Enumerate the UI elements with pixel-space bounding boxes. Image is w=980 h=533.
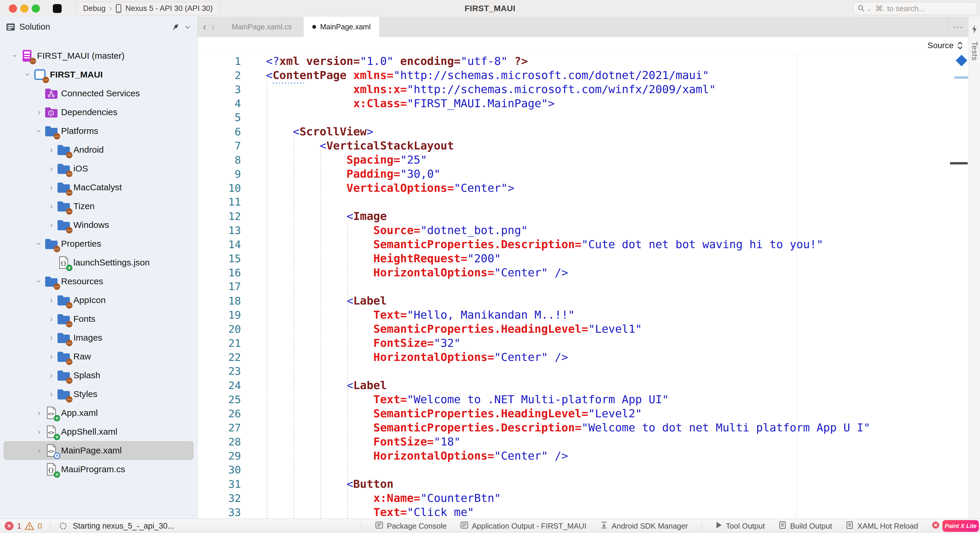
line-number[interactable]: 33 (197, 505, 241, 519)
close-window-button[interactable] (9, 5, 17, 13)
line-number[interactable]: 2 (197, 69, 241, 83)
code-lines[interactable]: 1 <?xml version="1.0" encoding="utf-8" ?… (197, 54, 968, 519)
code-line[interactable]: 20 SemanticProperties.HeadingLevel="Leve… (197, 322, 968, 336)
line-number[interactable]: 6 (197, 125, 241, 139)
tree-item-app-xaml[interactable]: › <>+ App.xaml (3, 404, 194, 422)
code-line[interactable]: 17 (197, 279, 968, 294)
chevron-collapsed-icon[interactable]: › (47, 296, 56, 305)
tree-item-launchsettings-json[interactable]: {}+ launchSettings.json (3, 253, 194, 272)
chevron-collapsed-icon[interactable]: › (47, 164, 56, 173)
chevron-collapsed-icon[interactable]: › (47, 371, 56, 380)
code-line[interactable]: 30 (197, 463, 968, 477)
code-line[interactable]: 1 <?xml version="1.0" encoding="utf-8" ?… (197, 54, 968, 68)
tree-item-windows[interactable]: › ⋯ Windows (3, 215, 194, 235)
chevron-collapsed-icon[interactable]: › (47, 352, 56, 361)
code-line[interactable]: 26 SemanticProperties.HeadingLevel="Leve… (197, 407, 968, 421)
line-number[interactable]: 19 (197, 308, 241, 322)
tree-item-tizen[interactable]: › ⋯ Tizen (3, 197, 194, 215)
code-line[interactable]: 32 x:Name="CounterBtn" (197, 491, 968, 505)
tree-item-properties[interactable]: › ⋯ Properties (3, 235, 194, 253)
nav-back-icon[interactable]: ‹ (203, 21, 207, 33)
line-number[interactable]: 21 (197, 336, 241, 350)
code-line[interactable]: 27 SemanticProperties.Description="Welco… (197, 421, 968, 435)
code-line[interactable]: 23 (197, 364, 968, 378)
tree-item-maccatalyst[interactable]: › ⋯ MacCatalyst (3, 178, 194, 197)
line-number[interactable]: 26 (197, 407, 241, 421)
error-count-icon[interactable]: ✕ (5, 522, 13, 530)
tab-mainpage-xaml[interactable]: MainPage.xaml (304, 17, 379, 37)
line-number[interactable]: 22 (197, 350, 241, 364)
line-number[interactable]: 29 (197, 449, 241, 463)
tab-mainpage-xaml-cs[interactable]: MainPage.xaml.cs (220, 17, 304, 37)
line-number[interactable]: 15 (197, 252, 241, 266)
statusbar-pad-xaml-hot-reload[interactable]: XAML Hot Reload (846, 521, 918, 531)
line-number[interactable]: 14 (197, 238, 241, 252)
line-number[interactable]: 28 (197, 435, 241, 449)
code-line[interactable]: 12 <Image (197, 209, 968, 223)
code-line[interactable]: 2 <ContentPage xmlns="http://schemas.mic… (197, 68, 968, 82)
view-selector[interactable]: Source (928, 41, 954, 50)
statusbar-pad-package-console[interactable]: Package Console (375, 521, 447, 531)
code-line[interactable]: 29 HorizontalOptions="Center" /> (197, 449, 968, 463)
code-line[interactable]: 5 (197, 110, 968, 124)
tests-pad-tab[interactable]: Tests (969, 17, 980, 519)
chevron-expanded-icon[interactable]: › (24, 70, 32, 79)
line-number[interactable]: 3 (197, 83, 241, 97)
line-number[interactable]: 31 (197, 477, 241, 491)
minimize-window-button[interactable] (20, 5, 29, 13)
tree-item-ios[interactable]: › ⋯ iOS (3, 159, 194, 178)
line-number[interactable]: 24 (197, 378, 241, 393)
tree-item-fonts[interactable]: › ⋯ Fonts (3, 310, 194, 328)
tree-item-images[interactable]: › ⋯ Images (3, 328, 194, 347)
line-number[interactable]: 25 (197, 393, 241, 407)
code-line[interactable]: 16 HorizontalOptions="Center" /> (197, 265, 968, 279)
chevron-collapsed-icon[interactable]: › (47, 183, 56, 192)
zoom-window-button[interactable] (32, 5, 40, 13)
tree-item-mauiprogram-cs[interactable]: {}+ MauiProgram.cs (3, 460, 194, 479)
chevron-collapsed-icon[interactable]: › (47, 390, 56, 399)
code-editor[interactable]: 1 <?xml version="1.0" encoding="utf-8" ?… (197, 54, 968, 519)
chevron-collapsed-icon[interactable]: › (35, 446, 43, 455)
chevron-expanded-icon[interactable]: › (35, 126, 43, 136)
tree-item-splash[interactable]: › ⋯ Splash (3, 366, 194, 385)
line-number[interactable]: 7 (197, 139, 241, 153)
code-line[interactable]: 3 xmlns:x="http://schemas.microsoft.com/… (197, 82, 968, 96)
code-line[interactable]: 8 Spacing="25" (197, 153, 968, 167)
line-number[interactable]: 30 (197, 463, 241, 477)
chevron-collapsed-icon[interactable]: › (35, 409, 43, 417)
tree-item-mainpage-xaml[interactable]: › <>+ MainPage.xaml (3, 441, 194, 460)
tree-item-first-maui-master[interactable]: › ⋯ FIRST_MAUI (master) (3, 46, 194, 65)
line-number[interactable]: 1 (197, 54, 241, 69)
chevron-collapsed-icon[interactable]: › (47, 220, 56, 229)
code-line[interactable]: 22 HorizontalOptions="Center" /> (197, 350, 968, 364)
line-number[interactable]: 13 (197, 223, 241, 238)
chevron-expanded-icon[interactable]: › (11, 51, 19, 60)
tree-item-connected-services[interactable]: Connected Services (3, 84, 194, 103)
chevron-collapsed-icon[interactable]: › (47, 333, 56, 342)
tree-item-appicon[interactable]: › ⋯ AppIcon (3, 291, 194, 310)
line-number[interactable]: 10 (197, 181, 241, 195)
line-number[interactable]: 23 (197, 364, 241, 378)
tree-item-android[interactable]: › ⋯ Android (3, 140, 194, 159)
scrollbar-thumb-marker[interactable] (950, 162, 968, 164)
code-line[interactable]: 24 <Label (197, 378, 968, 393)
statusbar-pad-application-output-first-maui[interactable]: Application Output - FIRST_MAUI (460, 521, 586, 531)
tree-item-first-maui[interactable]: › ⋯ FIRST_MAUI (3, 65, 194, 84)
code-line[interactable]: 4 x:Class="FIRST_MAUI.MainPage"> (197, 96, 968, 110)
warning-icon[interactable] (25, 522, 34, 530)
tree-item-styles[interactable]: › ⋯ Styles (3, 385, 194, 404)
line-number[interactable]: 27 (197, 421, 241, 435)
line-number[interactable]: 4 (197, 97, 241, 111)
code-line[interactable]: 18 <Label (197, 294, 968, 308)
line-number[interactable]: 20 (197, 322, 241, 336)
code-line[interactable]: 21 FontSize="32" (197, 336, 968, 350)
chevron-collapsed-icon[interactable]: › (47, 145, 56, 154)
chevron-collapsed-icon[interactable]: › (47, 202, 56, 211)
line-number[interactable]: 32 (197, 491, 241, 505)
tree-item-resources[interactable]: › ⋯ Resources (3, 272, 194, 291)
line-number[interactable]: 18 (197, 294, 241, 308)
chevron-expanded-icon[interactable]: › (35, 277, 43, 286)
statusbar-pad-android-sdk-manager[interactable]: Android SDK Manager (600, 521, 688, 531)
updown-chevrons-icon[interactable] (956, 41, 964, 50)
code-line[interactable]: 19 Text="Hello, Manikandan M..!!" (197, 308, 968, 322)
